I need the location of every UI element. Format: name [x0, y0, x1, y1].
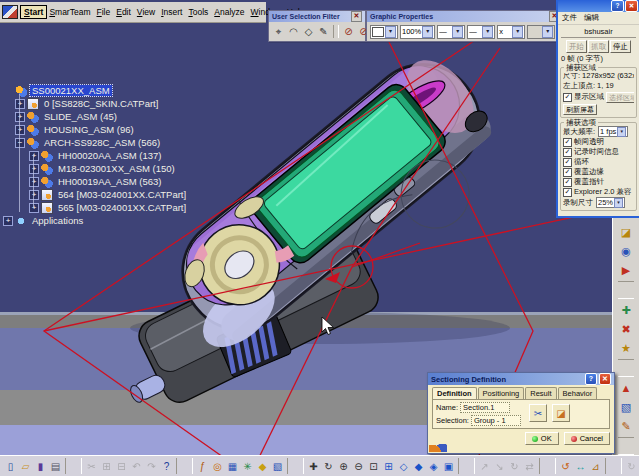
help-pointer-icon[interactable]: ?	[159, 458, 174, 474]
rate-dropdown[interactable]: 1 fps ▾	[598, 126, 628, 137]
copy-icon[interactable]: ⊞	[99, 458, 114, 474]
chevron-down-icon[interactable]: ▾	[422, 26, 433, 38]
tree-item-label[interactable]: 565 [M03-024001XX.CATPart]	[56, 202, 188, 213]
annotate-icon[interactable]: ✎	[618, 418, 634, 434]
cancel-button[interactable]: Cancel	[564, 432, 610, 445]
selection-field[interactable]: Group - 1	[471, 415, 521, 426]
open-folder-icon[interactable]: ▱	[18, 458, 33, 474]
toolbar-icon[interactable]	[605, 458, 622, 474]
dialog-tab[interactable]: Behavior	[558, 387, 598, 399]
recorder-menu-file[interactable]: 文件	[562, 13, 577, 23]
tree-expand-toggle[interactable]: −	[15, 138, 25, 148]
ok-button[interactable]: OK	[525, 432, 559, 445]
knowledge-icon[interactable]: ✳	[240, 458, 255, 474]
recorder-button[interactable]: 抓取	[588, 40, 609, 53]
chevron-down-icon[interactable]: ▾	[617, 127, 626, 137]
option-checkbox[interactable]: ✓	[563, 168, 572, 177]
refresh-screen-button[interactable]: 刷新屏幕	[563, 104, 597, 115]
tree-item[interactable]: + 0 [SS828C_SKIN.CATPart]	[15, 97, 188, 110]
rotate-icon[interactable]: ↻	[321, 458, 336, 474]
tree-item[interactable]: + 564 [M03-024001XX.CATPart]	[29, 188, 188, 201]
menu-item[interactable]: Analyze	[211, 6, 247, 18]
dialog-tab[interactable]: Definition	[432, 387, 477, 399]
chevron-down-icon[interactable]: ▾	[385, 26, 396, 38]
show-region-checkbox[interactable]: ✓	[563, 93, 572, 102]
update-icon[interactable]: ↻	[624, 458, 639, 474]
tree-item-label[interactable]: 564 [M03-024001XX.CATPart]	[56, 189, 188, 200]
section-fill-icon[interactable]: ◪	[552, 404, 570, 422]
fill-color-dropdown[interactable]: ▾	[370, 25, 398, 39]
recorder-close-button[interactable]: ✕	[625, 0, 638, 12]
zoom-in-icon[interactable]: ⊕	[336, 458, 351, 474]
volume-cut-icon[interactable]: ✂	[529, 404, 547, 422]
tree-item[interactable]: + SLIDE_ASM (45)	[15, 110, 188, 123]
named-views-icon[interactable]: ↺	[558, 458, 573, 474]
tree-expand-toggle[interactable]: +	[29, 203, 39, 213]
tree-item-label[interactable]: 0 [SS828C_SKIN.CATPart]	[42, 98, 160, 109]
recorder-menu-edit[interactable]: 编辑	[584, 13, 599, 23]
menu-item[interactable]: SmarTeam	[46, 6, 93, 18]
toolbar-icon[interactable]	[618, 359, 634, 377]
tree-item-label[interactable]: SLIDE_ASM (45)	[42, 111, 119, 122]
tree-item-label[interactable]: Applications	[30, 215, 85, 226]
option-checkbox[interactable]: ✓	[563, 178, 572, 187]
tree-item[interactable]: + M18-023001XX_ASM (150)	[29, 162, 188, 175]
toolbar-icon[interactable]	[458, 458, 475, 474]
robot-icon[interactable]: ▲	[618, 380, 634, 396]
tree-expand-toggle[interactable]: +	[15, 112, 25, 122]
lock-icon[interactable]: ◆	[255, 458, 270, 474]
chevron-down-icon[interactable]: ▾	[452, 26, 463, 38]
polygon-trap-icon[interactable]: ◇	[301, 24, 316, 39]
undo-icon[interactable]: ↶	[129, 458, 144, 474]
manipulate-icon[interactable]: ✚	[618, 302, 634, 318]
selection-filter-a-icon[interactable]: ⊘	[341, 24, 356, 39]
recorder-button[interactable]: 开始	[566, 40, 587, 53]
tree-item[interactable]: + HOUSING_ASM (96)	[15, 123, 188, 136]
mass-properties-icon[interactable]: ⊿	[588, 458, 603, 474]
line-type-dropdown[interactable]: — ▾	[467, 25, 495, 39]
dialog-tab[interactable]: Result	[525, 387, 556, 399]
menu-item[interactable]: Tools	[185, 6, 211, 18]
tree-expand-toggle[interactable]: +	[29, 190, 39, 200]
tree-item-label[interactable]: SS00021XX_ASM	[30, 85, 112, 96]
toolbar-icon[interactable]	[333, 25, 339, 38]
redo-icon[interactable]: ↷	[144, 458, 159, 474]
cut-icon[interactable]: ✂	[84, 458, 99, 474]
tree-item[interactable]: + 565 [M03-024001XX.CATPart]	[29, 201, 188, 214]
toolbar-icon[interactable]	[65, 458, 82, 474]
option-checkbox[interactable]: ✓	[563, 188, 572, 197]
view-mode-icon[interactable]: ▣	[441, 458, 456, 474]
toolbar-titlebar[interactable]: Graphic Properties ✕	[367, 11, 563, 22]
tree-item[interactable]: + Applications	[3, 214, 188, 227]
tree-expand-toggle[interactable]: +	[29, 164, 39, 174]
save-icon[interactable]: ▮	[33, 458, 48, 474]
calculator-icon[interactable]: ▦	[225, 458, 240, 474]
option-checkbox[interactable]: ✓	[563, 158, 572, 167]
recorder-titlebar[interactable]: ? ✕	[558, 0, 639, 12]
tree-expand-toggle[interactable]: +	[29, 177, 39, 187]
tree-expand-toggle[interactable]: +	[15, 99, 25, 109]
select-trap-icon[interactable]: ◠	[286, 24, 301, 39]
chevron-down-icon[interactable]: ▾	[482, 26, 493, 38]
menu-item[interactable]: File	[93, 6, 113, 18]
dialog-tab[interactable]: Positioning	[478, 387, 525, 399]
shaded-view-icon[interactable]: ◆	[411, 458, 426, 474]
tree-item-label[interactable]: M18-023001XX_ASM (150)	[56, 163, 177, 174]
tree-item-label[interactable]: HH00019AA_ASM (563)	[56, 176, 164, 187]
toolbar-icon[interactable]	[618, 281, 634, 299]
analysis-icon[interactable]: ▧	[618, 399, 634, 415]
chart-icon[interactable]: ▧	[270, 458, 285, 474]
close-icon[interactable]: ✕	[599, 373, 611, 385]
select-icon[interactable]: ⌖	[271, 24, 286, 39]
paste-icon[interactable]: ⊟	[114, 458, 129, 474]
option-checkbox[interactable]: ✓	[563, 148, 572, 157]
fly-mode-icon[interactable]: ↗	[477, 458, 492, 474]
line-weight-dropdown[interactable]: — ▾	[437, 25, 465, 39]
menu-item[interactable]: Insert	[158, 6, 185, 18]
toolbar-icon[interactable]	[287, 458, 304, 474]
tree-item[interactable]: − ARCH-SS928C_ASM (566)	[15, 136, 188, 149]
tree-expand-toggle[interactable]: +	[29, 151, 39, 161]
simulation-player-icon[interactable]: ▶	[618, 262, 634, 278]
option-checkbox[interactable]: ✓	[563, 138, 572, 147]
camera-icon[interactable]: ◉	[618, 243, 634, 259]
